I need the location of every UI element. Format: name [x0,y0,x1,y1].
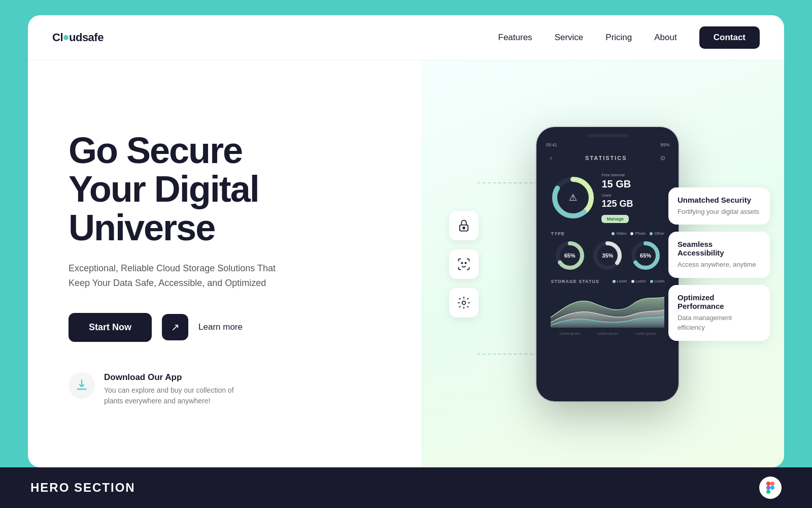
storage-section: ⚠ Free Internal 15 GB Used 125 GB Manage [544,169,671,227]
circle-label-video: 65% [564,252,576,259]
type-label: TYPE [551,231,565,236]
storage-status-legend: Lorem Lorem Lorem [613,279,665,283]
svg-point-18 [770,486,774,490]
phone-battery: 89% [660,142,669,147]
donut-warning: ⚠ [569,192,577,203]
chart-labels: Lorem ipsum Lorem ipsum Lorem ipsum [551,332,664,335]
circle-label-photo: 35% [602,252,613,259]
learn-more-link[interactable]: Learn more [198,322,243,332]
title-line3: Universe [69,207,215,248]
feature-cards-column: Unmatched Security Fortifying your digit… [668,187,770,341]
status-legend-3: Lorem [650,279,665,283]
status-dot-2 [631,280,634,283]
feature-accessibility-desc: Access anywhere, anytime [678,260,761,270]
used-value: 125 GB [601,199,664,209]
feature-performance-desc: Data management efficiency [678,313,761,333]
svg-point-2 [461,262,462,263]
type-header: TYPE Video Photo [551,231,664,236]
download-icon [69,372,95,399]
nav-pricing[interactable]: Pricing [605,33,632,43]
stats-header: ‹ STATISTICS ⊙ [544,151,671,165]
status-legend-label-3: Lorem [655,279,665,283]
chart-label-3: Lorem ipsum [635,332,656,335]
svg-rect-17 [766,490,770,494]
donut-chart: ⚠ [551,175,595,220]
download-text: Download Our App You can explore and buy… [104,372,246,406]
legend-dot-other [650,232,653,235]
figma-svg [764,482,776,494]
legend-dot-video [612,232,615,235]
manage-button[interactable]: Manage [601,215,629,223]
figma-icon [759,477,782,499]
storage-status-label: STORAGE STATUS [551,279,599,284]
legend-label-photo: Photo [635,231,646,236]
logo: Cludsafe [52,31,104,44]
storage-status-section: STORAGE STATUS Lorem Lorem [544,275,671,335]
phone-frame: 09:41 89% ‹ STATISTICS ⊙ [536,127,679,401]
status-dot-3 [650,280,653,283]
navbar: Cludsafe Features Service Pricing About … [28,15,784,60]
arrow-button[interactable]: ↗ [162,314,188,340]
chart-label-1: Lorem ipsum [559,332,580,335]
download-desc: You can explore and buy our collection o… [104,385,246,406]
cta-row: Start Now ↗ Learn more [69,313,391,342]
legend-photo: Photo [630,231,646,236]
legend-label-other: Other [654,231,664,236]
feature-security-desc: Fortifying your digital assets [678,207,761,217]
feature-card-security: Unmatched Security Fortifying your digit… [668,187,770,225]
stats-title: STATISTICS [552,155,660,161]
svg-rect-15 [770,482,774,486]
nav-service[interactable]: Service [555,33,584,43]
start-now-button[interactable]: Start Now [69,313,152,342]
stats-user-icon: ⊙ [660,154,665,162]
feature-performance-title: Optimized Performance [678,293,761,310]
svg-rect-14 [766,482,770,486]
icon-card-gear [449,288,479,318]
phone-notch [587,134,628,137]
icon-card-lock [449,211,479,240]
status-dot-1 [613,280,616,283]
status-legend-label-1: Lorem [617,279,627,283]
area-chart-svg [551,287,664,328]
title-line2: Your Digital [69,169,259,209]
svg-rect-16 [766,486,770,490]
settings-icon [457,296,471,310]
faceid-icon [457,257,471,271]
footer-bar: HERO SECTION [0,467,812,508]
dashed-line-bottom [477,354,538,355]
status-legend-1: Lorem [613,279,627,283]
nav-features[interactable]: Features [498,33,532,43]
download-title: Download Our App [104,372,246,383]
hero-left: Go Secure Your Digital Universe Exceptio… [28,60,421,467]
free-label: Free Internal [601,173,664,177]
warning-icon: ⚠ [569,192,577,203]
circle-video: 65% [555,240,585,271]
contact-button[interactable]: Contact [699,26,760,49]
circle-photo: 35% [592,240,623,271]
used-label: Used [601,193,664,198]
svg-point-4 [462,301,465,304]
nav-links: Features Service Pricing About Contact [498,26,760,49]
footer-label: HERO SECTION [30,481,136,495]
circle-label-other: 65% [640,252,651,259]
circle-other: 65% [630,240,661,271]
phone-time: 09:41 [546,142,557,147]
feature-icons-column [449,211,479,318]
hero-subtitle: Exceptional, Reliable Cloud Storage Solu… [69,261,282,291]
feature-accessibility-title: Seamless Accessibility [678,240,761,257]
hero-title: Go Secure Your Digital Universe [69,132,391,247]
status-legend-2: Lorem [631,279,646,283]
phone-status-bar: 09:41 89% [544,142,671,147]
nav-about[interactable]: About [654,33,676,43]
hero-section: Go Secure Your Digital Universe Exceptio… [28,60,784,467]
feature-card-performance: Optimized Performance Data management ef… [668,285,770,341]
main-card: Cludsafe Features Service Pricing About … [28,15,784,467]
circles-row: 65% 35% [551,240,664,271]
feature-security-title: Unmatched Security [678,196,761,204]
feature-card-accessibility: Seamless Accessibility Access anywhere, … [668,232,770,278]
legend-other: Other [650,231,664,236]
status-legend-label-2: Lorem [636,279,646,283]
storage-status-header: STORAGE STATUS Lorem Lorem [551,279,664,284]
svg-point-3 [465,262,466,263]
title-line1: Go Secure [69,130,242,171]
